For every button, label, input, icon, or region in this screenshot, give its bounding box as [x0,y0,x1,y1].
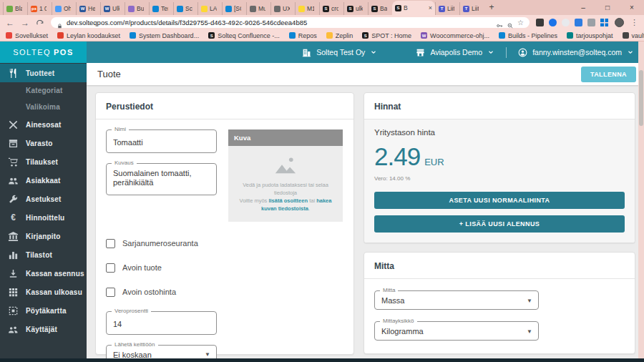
unit-select[interactable]: Mittayksikkö Kilogramma ▼ [374,321,539,341]
windows-icon[interactable] [600,19,608,26]
bookmark-item[interactable]: Repos [289,32,317,39]
browser-tab[interactable]: Ohje [52,2,76,15]
bookmark-item[interactable]: Leylan koodaukset [57,32,120,39]
company-selector[interactable]: Solteq Test Oy [302,48,377,57]
browser-chrome: Black px 1 000 Ohje W Hein [0,0,644,41]
bookmark-item[interactable]: System Dashboard... [130,32,199,39]
add-discount-button[interactable]: + LISÄÄ UUSI ALENNUS [374,215,625,233]
browser-tab[interactable]: Muka [246,2,270,15]
url-text[interactable]: dev.solteqpos.com/#/products/details/f3d… [67,19,492,26]
extension-icon[interactable] [536,19,544,26]
upload-hint-text: Vedä ja pudota ladataksesi tai selaa tie… [243,182,328,196]
page-scrollbar[interactable] [638,41,644,362]
password-key-icon[interactable] [496,19,503,26]
refresh-icon[interactable] [36,19,44,27]
sidebar-item[interactable]: Kirjanpito [0,227,87,245]
maximize-button[interactable]: □ [595,0,620,15]
sidebar-item[interactable]: Asetukset [0,190,87,208]
sidebar-item[interactable]: Kassan asennus [0,264,87,283]
checkbox-row[interactable]: Avoin ostohinta [106,288,343,297]
forward-icon[interactable]: → [21,19,29,27]
browser-tab[interactable]: Bulk [125,2,149,15]
browser-menu-icon[interactable]: ⋮ [630,18,638,27]
extension-icon[interactable] [549,19,557,26]
extension-icon[interactable] [575,19,582,26]
browser-profile-avatar[interactable] [615,18,624,27]
bookmark-item[interactable]: S Solteq Confluence -... [208,32,280,39]
tab-favicon: S [371,6,378,12]
scrollbar-thumb[interactable] [639,70,643,126]
bookmark-item[interactable]: Builds - Pipelines [499,32,557,39]
zoom-icon[interactable] [507,19,514,26]
sidebar-item[interactable]: Varasto [0,134,87,152]
checkbox[interactable] [106,239,115,248]
measure-select[interactable]: Mitta Massa ▼ [374,290,539,310]
sidebar-item[interactable]: Kassan ulkoasu [0,283,87,301]
extension-icon[interactable] [587,19,595,26]
browser-tab[interactable]: S cross [319,2,343,15]
browser-tab[interactable]: Black [3,2,27,15]
browser-tab[interactable]: S ulkop [343,2,368,15]
checkbox[interactable] [106,263,115,273]
browser-tab[interactable]: [SQl [222,2,246,15]
browser-tab[interactable]: S Back [368,2,392,15]
sidebar-item[interactable]: Käyttäjät [0,320,87,338]
back-icon[interactable]: ← [6,19,14,27]
description-input[interactable]: Suomalainen tomaatti, perähikiältä [113,169,210,187]
browser-tab[interactable]: S B × [392,1,435,15]
description-field[interactable]: Kuvaus Suomalainen tomaatti, perähikiält… [106,163,217,195]
store-selector[interactable]: Aviapolis Demo [416,48,494,57]
browser-tab[interactable]: Temp [149,2,173,15]
bookmark-item[interactable]: W Woocommerce-ohj... [421,32,489,39]
sidebar-item[interactable]: Ainesosat [0,115,87,134]
sidebar-item[interactable]: Pöytäkartta [0,301,87,320]
bookmark-item[interactable]: vault.solteq.com [623,32,644,39]
browser-tab[interactable]: Scrum [173,2,197,15]
checkbox-row[interactable]: Sarjanumeroseuranta [106,239,343,248]
close-button[interactable]: × [620,0,644,15]
browser-tab[interactable]: UX B [270,2,295,15]
browser-tab[interactable]: T Liity [435,2,459,15]
sidebar-item[interactable]: Tilaukset [0,152,87,171]
save-button[interactable]: TALLENNA [581,67,636,82]
browser-tab[interactable]: px 1 000 [27,2,52,15]
bookmark-item[interactable]: Zeplin [326,32,353,39]
browser-tab[interactable]: T Liity [459,2,484,15]
new-tab-button[interactable]: + [484,0,499,15]
browser-tab[interactable]: M12 [295,2,319,15]
bookmark-item[interactable]: tarjouspohjat [567,32,613,39]
tab-favicon: S [323,6,329,12]
browser-tab[interactable]: LAAS [197,2,222,15]
image-drop-zone[interactable]: Vedä ja pudota ladataksesi tai selaa tie… [228,146,343,222]
tab-title: Black [15,5,22,12]
tab-close-icon[interactable]: × [429,4,432,11]
wrench-icon [8,194,19,205]
sidebar-item[interactable]: Asiakkaat [0,171,87,190]
name-input[interactable] [113,138,210,147]
bookmark-item[interactable]: Sovellukset [6,32,48,39]
add-url-link[interactable]: lisätä osoitteen [268,197,308,204]
sidebar-item[interactable]: Kategoriat [0,82,87,99]
checkbox-row[interactable]: Avoin tuote [106,263,343,273]
measure-value: Massa [381,296,532,305]
checkbox[interactable] [106,288,115,297]
address-bar[interactable]: dev.solteqpos.com/#/products/details/f3d… [51,17,530,28]
set-normal-price-button[interactable]: ASETA UUSI NORMAALIHINTA [374,192,625,209]
image-uploader[interactable]: Kuva Vedä ja pudota ladataksesi tai sela… [228,129,343,222]
dropdown-caret-icon: ▼ [527,297,532,303]
sidebar-item[interactable]: € Hinnoittelu [0,208,87,227]
bookmark-item[interactable]: S SPOT : Home [362,32,411,39]
download-icon [8,268,19,279]
bookmark-star-icon[interactable]: ☆ [517,19,524,26]
vat-percent-input[interactable] [113,320,210,328]
name-field[interactable]: Nimi [106,129,217,153]
user-menu[interactable]: fanny.winsten@solteq.com [518,48,634,57]
vat-percent-field[interactable]: Veroprosentti [106,311,217,335]
sidebar-item[interactable]: Tilastot [0,245,87,264]
extension-icon[interactable] [562,19,570,26]
minimize-button[interactable]: – [571,0,595,15]
sidebar-item[interactable]: Valikoima [0,99,87,115]
browser-tab[interactable]: W Hein [76,2,100,15]
sidebar-item[interactable]: Tuotteet [0,64,87,82]
browser-tab[interactable]: W Ulko [100,2,125,15]
